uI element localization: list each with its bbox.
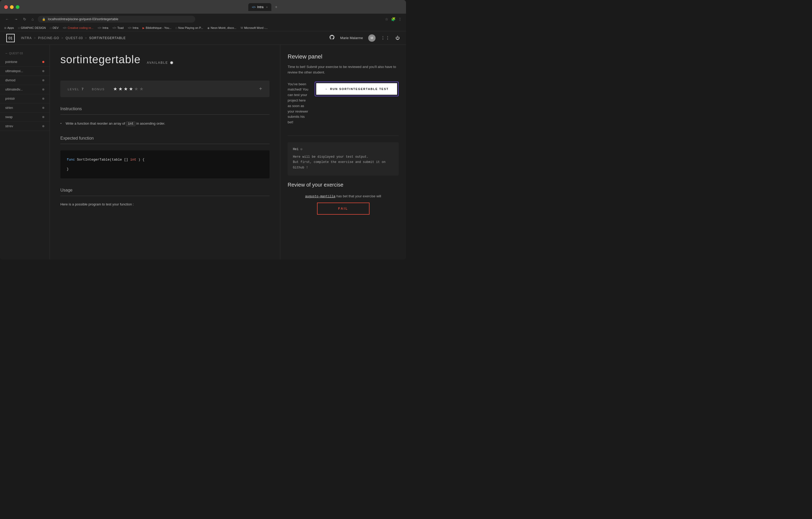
bookmark-apps[interactable]: ⊞ Apps — [4, 26, 14, 29]
breadcrumb-quest[interactable]: QUEST-03 — [66, 36, 83, 40]
terminal-line-1: Here will be displayed your test output. — [293, 154, 394, 160]
breadcrumb-exercise: SORTINTEGERTABLE — [89, 36, 126, 40]
code-type-int: int — [130, 158, 136, 162]
maximize-traffic-light[interactable] — [16, 5, 20, 9]
browser-tab-intra[interactable]: </> Intra × — [248, 3, 271, 11]
bookmark-intra2[interactable]: </> Intra — [128, 26, 138, 29]
sidebar-section-label: QUEST 03 — [9, 52, 23, 55]
bookmark-toad-label: Toad — [117, 26, 124, 29]
minimize-traffic-light[interactable] — [10, 5, 13, 9]
run-btn-arrow: → — [325, 87, 328, 90]
refresh-button[interactable]: ↻ — [22, 16, 27, 22]
forward-button[interactable]: → — [13, 16, 19, 22]
star-6: ★ — [139, 86, 144, 92]
address-bar[interactable]: 🔒 localhost/intra/piscine-go/quest-03/so… — [38, 16, 195, 23]
code-icon-intra: </> — [98, 27, 101, 29]
sidebar-dot-strrev — [42, 125, 45, 127]
reviewer-bet-text: has bet that your exercise will — [337, 194, 381, 198]
code-func-signature: SortIntegerTable(table [] — [77, 158, 128, 162]
bookmark-microsoft-word[interactable]: W Microsoft Word -... — [241, 26, 268, 29]
bookmark-graphic-design[interactable]: □ GRAPHIC DESIGN — [18, 26, 46, 29]
bookmark-toad[interactable]: </> Toad — [113, 26, 124, 29]
bookmark-gd-label: GRAPHIC DESIGN — [21, 26, 46, 29]
level-card: LEVEL 7 BONUS ★ ★ ★ ★ ★ ★ + — [60, 81, 269, 97]
sidebar-item-label-ultimatediv: ultimatediv... — [5, 88, 23, 91]
logo-icon: 01 — [6, 34, 15, 42]
back-button[interactable]: ← — [4, 16, 10, 22]
bookmark-bib-label: Bibliothèque - You... — [146, 26, 171, 29]
home-button[interactable]: ⌂ — [30, 16, 35, 22]
bookmark-now-playing[interactable]: □ Now Playing on P... — [176, 26, 203, 29]
fail-button[interactable]: FAIL — [317, 203, 370, 214]
level-value: 7 — [82, 87, 83, 91]
level-info: LEVEL 7 — [68, 87, 83, 91]
sidebar-item-strlen[interactable]: strlen — [0, 104, 50, 113]
code-line-2: } — [67, 166, 263, 172]
available-badge: AVAILABLE — [147, 61, 173, 64]
terminal-output: Here will be displayed your test output.… — [293, 154, 394, 170]
more-btn[interactable]: ⋮ — [398, 17, 402, 21]
instructions-divider — [60, 114, 269, 115]
sidebar-item-swap[interactable]: swap — [0, 113, 50, 122]
bonus-info: BONUS — [92, 87, 105, 91]
sidebar-item-divmod[interactable]: divmod — [0, 76, 50, 85]
sidebar-dot-strlen — [42, 107, 45, 109]
user-name: Marie Malarme — [340, 36, 363, 40]
sidebar-dot-pointone — [42, 61, 45, 63]
available-dot — [170, 61, 173, 64]
star-3: ★ — [124, 86, 128, 92]
logo[interactable]: 01 — [6, 34, 15, 42]
sidebar-collapse-btn[interactable]: − — [5, 51, 7, 55]
sidebar-item-label-divmod: divmod — [5, 79, 16, 82]
level-label: LEVEL — [68, 88, 79, 91]
grid-icon[interactable]: ⋮⋮ — [381, 35, 390, 40]
bookmark-bibliotheque[interactable]: ▶ Bibliothèque - You... — [143, 26, 171, 29]
breadcrumb-piscine[interactable]: PISCINE-GO — [38, 36, 59, 40]
bonus-label: BONUS — [92, 88, 105, 91]
new-tab-button[interactable]: + — [272, 3, 280, 11]
main-content: − QUEST 03 pointone ultimatepoi... divmo… — [0, 45, 406, 260]
instruction-item: Write a function that reorder an array o… — [60, 121, 269, 126]
matched-text: You've been matched! You can test your p… — [288, 82, 310, 125]
bookmark-intra[interactable]: </> Intra — [98, 26, 108, 29]
instruction-text-before: Write a function that reorder an array o… — [66, 121, 125, 125]
sidebar-item-label-pointone: pointone — [5, 60, 17, 64]
run-test-button[interactable]: → RUN SORTINTEGERTABLE TEST — [316, 83, 397, 95]
code-func-end: ) { — [138, 158, 144, 162]
breadcrumb-sep-1: > — [34, 36, 36, 40]
code-icon-cc: </> — [63, 27, 66, 29]
star-4: ★ — [129, 86, 133, 92]
github-icon[interactable] — [329, 34, 335, 41]
tab-close-btn[interactable]: × — [266, 6, 268, 9]
bookmark-dev[interactable]: □ DEV — [50, 26, 59, 29]
bookmark-neon-moire[interactable]: ◉ Neon Moiré, disco... — [207, 26, 236, 29]
expand-button[interactable]: + — [259, 86, 262, 92]
extension-btn[interactable]: 🧩 — [391, 17, 396, 21]
bookmarks-bar: ⊞ Apps □ GRAPHIC DESIGN □ DEV </> Creati… — [0, 25, 406, 31]
reviewer-name-link[interactable]: augusto-mantilla — [305, 195, 336, 198]
breadcrumb-intra[interactable]: INTRA — [21, 36, 32, 40]
sidebar-item-printstr[interactable]: printstr — [0, 94, 50, 104]
terminal-box: Hei ☺ Here will be displayed your test o… — [288, 142, 399, 176]
sidebar-dot-swap — [42, 116, 45, 118]
sidebar-item-pointone[interactable]: pointone — [0, 57, 50, 67]
bookmark-nm-label: Neon Moiré, disco... — [211, 26, 236, 29]
exercise-title: sortintegertable — [60, 53, 141, 66]
sidebar-item-label-ultimatepoi: ultimatepoi... — [5, 69, 23, 73]
bookmark-creative-coding[interactable]: </> Creative coding re... — [63, 26, 93, 29]
bookmark-cc-label: Creative coding re... — [68, 26, 93, 29]
address-bar-row: ← → ↻ ⌂ 🔒 localhost/intra/piscine-go/que… — [0, 13, 406, 25]
bookmark-mw-label: Microsoft Word -... — [244, 26, 268, 29]
code-icon-toad: </> — [113, 27, 116, 29]
sidebar-item-ultimatepoi[interactable]: ultimatepoi... — [0, 67, 50, 76]
usage-divider — [60, 196, 269, 196]
code-keyword-func: func — [67, 158, 75, 162]
sidebar-item-ultimatediv[interactable]: ultimatediv... — [0, 85, 50, 94]
close-traffic-light[interactable] — [4, 5, 8, 9]
power-button[interactable]: ⏻ — [396, 36, 400, 40]
lock-icon: 🔒 — [42, 18, 46, 21]
star-bookmark-btn[interactable]: ☆ — [385, 17, 388, 21]
sidebar-item-strrev[interactable]: strrev — [0, 122, 50, 131]
instruction-list: Write a function that reorder an array o… — [60, 121, 269, 126]
usage-header: Usage — [60, 188, 269, 193]
